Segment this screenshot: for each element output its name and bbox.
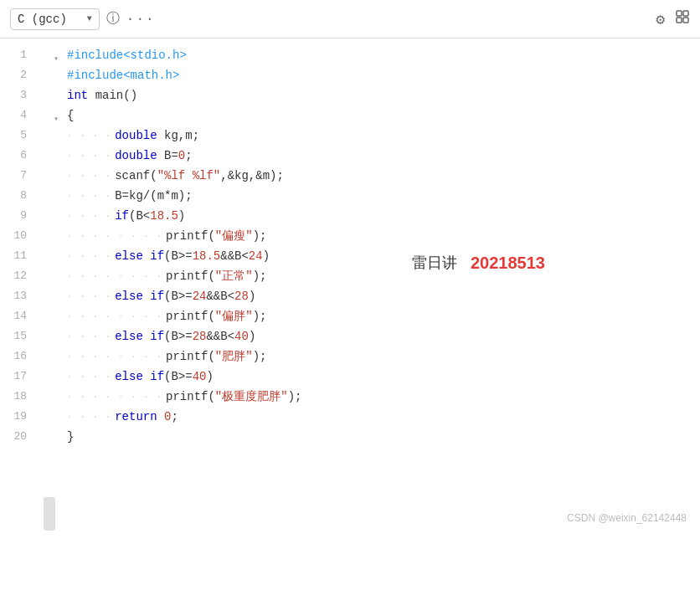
- line-num-17: 17: [7, 367, 37, 387]
- annotation-author: 雷日讲: [412, 253, 457, 273]
- line-num-15: 15: [7, 326, 37, 346]
- code-line-3: ▾ int main(): [54, 85, 690, 105]
- gear-icon[interactable]: ⚙: [656, 10, 665, 28]
- code-line-17: ▾ · · · · else if(B>=40): [54, 367, 690, 387]
- code-line-1: ▾ #include<stdio.h>: [54, 45, 690, 65]
- line-num-8: 8: [7, 186, 37, 206]
- svg-rect-2: [677, 18, 682, 23]
- code-line-10: ▾ · · · · · · · · printf("偏瘦");: [54, 226, 690, 246]
- code-line-5: ▾ · · · · double kg,m;: [54, 126, 690, 146]
- line-num-5: 5: [7, 126, 37, 146]
- line-num-4: 4: [7, 105, 37, 126]
- code-line-12: ▾ · · · · · · · · printf("正常");: [54, 266, 690, 286]
- fold-arrow-4[interactable]: ▾: [54, 110, 65, 121]
- more-options-icon[interactable]: ···: [126, 12, 156, 27]
- language-label: C (gcc): [18, 13, 67, 26]
- fold-arrow-1[interactable]: ▾: [54, 49, 65, 61]
- line-num-9: 9: [7, 206, 37, 226]
- language-select[interactable]: C (gcc) ▼: [10, 8, 100, 30]
- line-num-16: 16: [7, 346, 37, 367]
- line-num-3: 3: [7, 85, 37, 105]
- svg-rect-0: [677, 11, 682, 16]
- code-line-16: ▾ · · · · · · · · printf("肥胖");: [54, 346, 690, 367]
- code-line-19: ▾ · · · · return 0;: [54, 407, 690, 427]
- line-num-7: 7: [7, 166, 37, 186]
- line-num-20: 20: [7, 427, 37, 447]
- code-line-6: ▾ · · · · double B=0;: [54, 146, 690, 166]
- line-num-1: 1: [7, 45, 37, 65]
- annotation-id: 20218513: [471, 253, 545, 273]
- code-lines: ▾ #include<stdio.h> ▾ #include<math.h> ▾…: [44, 45, 700, 534]
- code-line-15: ▾ · · · · else if(B>=28&&B<40): [54, 326, 690, 346]
- code-line-2: ▾ #include<math.h>: [54, 65, 690, 85]
- code-line-18: ▾ · · · · · · · · printf("极重度肥胖");: [54, 387, 690, 407]
- code-line-9: ▾ · · · · if(B<18.5): [54, 206, 690, 226]
- line-num-18: 18: [7, 387, 37, 407]
- line-numbers: 1 2 3 4 5 6 7 8 9 10 11 12 13 14 15 16 1…: [0, 45, 44, 534]
- line-num-19: 19: [7, 407, 37, 427]
- toolbar-left: C (gcc) ▼ ⓘ ···: [10, 8, 156, 30]
- annotation: 雷日讲 20218513: [412, 253, 545, 273]
- code-line-20: ▾ }: [54, 427, 690, 447]
- code-line-11: ▾ · · · · else if(B>=18.5&&B<24): [54, 246, 690, 266]
- code-line-13: ▾ · · · · else if(B>=24&&B<28): [54, 286, 690, 306]
- line-num-2: 2: [7, 65, 37, 85]
- line-num-13: 13: [7, 286, 37, 306]
- code-line-4: ▾ {: [54, 105, 690, 126]
- line-num-14: 14: [7, 306, 37, 326]
- watermark: CSDN @weixin_62142448: [567, 512, 687, 524]
- line-num-11: 11: [7, 246, 37, 266]
- code-line-8: ▾ · · · · B=kg/(m*m);: [54, 186, 690, 206]
- line-num-10: 10: [7, 226, 37, 246]
- toolbar-right: ⚙: [656, 9, 690, 28]
- code-editor: 1 2 3 4 5 6 7 8 9 10 11 12 13 14 15 16 1…: [0, 38, 700, 541]
- expand-icon[interactable]: [675, 9, 690, 28]
- info-icon[interactable]: ⓘ: [106, 10, 120, 28]
- scrollbar[interactable]: [44, 497, 55, 531]
- chevron-down-icon: ▼: [87, 14, 92, 23]
- code-line-14: ▾ · · · · · · · · printf("偏胖");: [54, 306, 690, 326]
- line-num-6: 6: [7, 146, 37, 166]
- toolbar: C (gcc) ▼ ⓘ ··· ⚙: [0, 0, 700, 38]
- code-line-7: ▾ · · · · scanf("%lf %lf",&kg,&m);: [54, 166, 690, 186]
- svg-rect-3: [683, 18, 688, 23]
- svg-rect-1: [683, 11, 688, 16]
- line-num-12: 12: [7, 266, 37, 286]
